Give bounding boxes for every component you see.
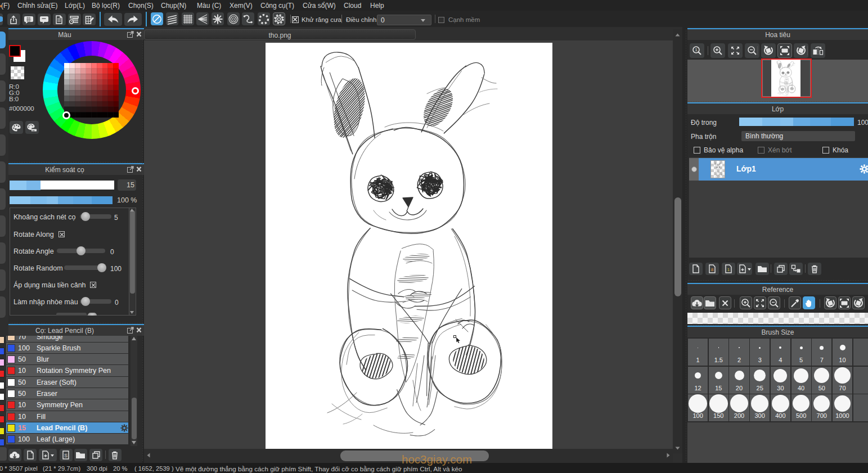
svg-text:1: 1 [695,47,698,52]
svg-text:8: 8 [711,267,714,272]
svg-text:S: S [65,453,68,458]
svg-text:1: 1 [727,267,730,272]
